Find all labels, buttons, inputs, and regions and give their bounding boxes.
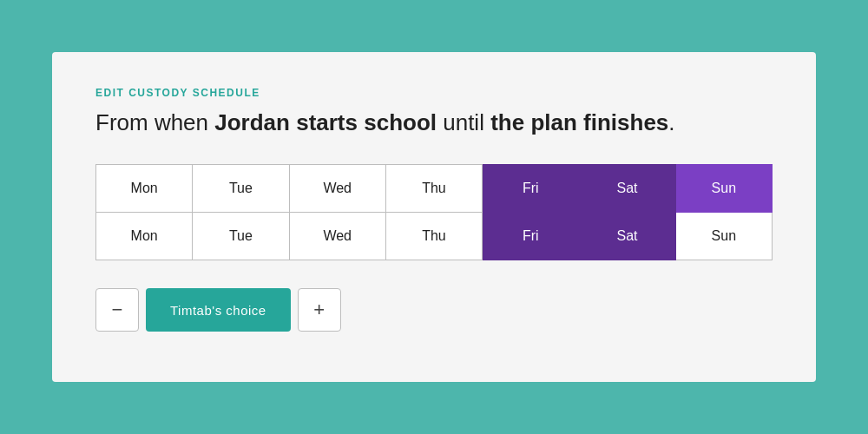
headline-bold: Jordan starts school [214, 109, 437, 135]
schedule-row-2: Mon Tue Wed Thu Fri Sat Sun [96, 213, 773, 260]
day-cell-active-light[interactable]: Sun [675, 165, 772, 213]
headline: From when Jordan starts school until the… [95, 109, 773, 136]
schedule-table: Mon Tue Wed Thu Fri Sat Sun Mon Tue Wed … [95, 164, 773, 260]
schedule-row-1: Mon Tue Wed Thu Fri Sat Sun [96, 165, 773, 213]
day-cell[interactable]: Tue [193, 213, 289, 260]
day-cell[interactable]: Mon [96, 165, 193, 213]
day-cell[interactable]: Mon [96, 213, 193, 260]
day-cell-active[interactable]: Sat [579, 165, 675, 213]
headline-bold2: the plan finishes [490, 109, 668, 135]
day-cell[interactable]: Sun [675, 213, 772, 260]
actions-bar: − Timtab's choice + [95, 288, 773, 332]
headline-suffix: until [437, 109, 490, 135]
day-cell-active[interactable]: Fri [483, 165, 579, 213]
day-cell[interactable]: Thu [385, 213, 482, 260]
day-cell[interactable]: Wed [289, 213, 385, 260]
headline-prefix: From when [95, 109, 214, 135]
choice-button[interactable]: Timtab's choice [146, 288, 291, 332]
day-cell[interactable]: Tue [193, 165, 289, 213]
day-cell[interactable]: Thu [385, 165, 482, 213]
headline-end: . [668, 109, 674, 135]
minus-button[interactable]: − [95, 288, 139, 332]
plus-button[interactable]: + [298, 288, 341, 332]
day-cell[interactable]: Wed [289, 165, 385, 213]
main-card: EDIT CUSTODY SCHEDULE From when Jordan s… [52, 52, 816, 382]
day-cell-active[interactable]: Sat [579, 213, 675, 260]
edit-label: EDIT CUSTODY SCHEDULE [95, 87, 773, 99]
day-cell-active[interactable]: Fri [483, 213, 579, 260]
